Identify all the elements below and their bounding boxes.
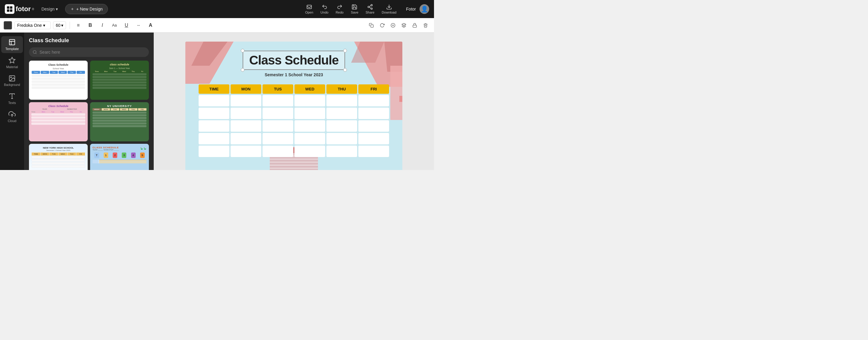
handle-tl	[241, 49, 244, 53]
svg-point-26	[33, 50, 36, 53]
svg-line-9	[369, 5, 371, 6]
svg-rect-2	[7, 9, 9, 12]
svg-rect-11	[371, 25, 373, 27]
svg-point-5	[371, 4, 372, 6]
svg-marker-20	[9, 57, 15, 63]
design-dropdown[interactable]: Design ▾	[41, 7, 58, 11]
svg-rect-17	[9, 39, 15, 45]
svg-rect-1	[10, 6, 12, 9]
divider-1	[70, 22, 70, 29]
align-button[interactable]: ≡	[73, 21, 83, 30]
template-card-5[interactable]: NEW YORK HIGH SCHOOL Semester 1 School Y…	[29, 144, 88, 170]
chevron-down-icon: ▾	[43, 23, 45, 28]
table-row	[198, 107, 389, 119]
title-selection-container[interactable]: Class Schedule	[243, 51, 345, 70]
svg-rect-16	[413, 25, 416, 27]
letter-spacing-button[interactable]: ↔	[134, 21, 144, 30]
col-mon: MON	[230, 84, 261, 94]
svg-point-7	[371, 8, 372, 9]
svg-point-6	[368, 6, 369, 8]
canvas-title: Class Schedule	[249, 53, 338, 67]
template-card-2[interactable]: class schedule Sem 1 — School Year Time …	[90, 61, 149, 100]
sidebar-item-template[interactable]: Template	[1, 36, 23, 53]
rotate-button[interactable]	[377, 21, 387, 30]
canvas-area: Class Schedule Semester 1 School Year 20…	[154, 33, 434, 170]
chevron-down-icon: ▾	[61, 23, 63, 28]
underline-button[interactable]: U	[122, 21, 131, 30]
svg-rect-0	[7, 6, 9, 9]
template-card-6[interactable]: CLASS SCHEDULE YEAR _____ SEMESTER _____…	[90, 144, 149, 170]
table-row	[198, 120, 389, 132]
svg-rect-3	[10, 9, 12, 12]
share-tool[interactable]: Share	[366, 4, 374, 14]
table-row	[198, 95, 389, 106]
bold-button[interactable]: B	[86, 21, 95, 30]
search-bar[interactable]	[29, 47, 149, 57]
handle-br	[343, 68, 347, 72]
save-tool[interactable]: Save	[351, 4, 358, 14]
color-swatch[interactable]	[4, 21, 12, 30]
svg-line-27	[36, 53, 36, 54]
canvas-main-content: Class Schedule Semester 1 School Year 20…	[185, 41, 402, 164]
top-navigation: fotor ® Design ▾ ＋ + New Design Open Und…	[0, 0, 434, 18]
svg-line-8	[369, 7, 371, 8]
italic-button[interactable]: I	[98, 21, 107, 30]
open-tool[interactable]: Open	[305, 4, 313, 14]
svg-marker-15	[402, 23, 406, 25]
username: Fotor	[406, 7, 416, 11]
svg-point-22	[10, 77, 11, 78]
lock-button[interactable]	[410, 21, 420, 30]
new-design-button[interactable]: ＋ + New Design	[65, 4, 108, 14]
undo-tool[interactable]: Undo	[320, 4, 328, 14]
title-wrapper: Class Schedule	[197, 51, 390, 70]
template-card-1[interactable]: Class Schedule School Year Time Mon Tue …	[29, 61, 88, 100]
toolbar-right	[367, 21, 430, 30]
main-area: Template Material Background Tex	[0, 33, 434, 170]
template-card-3[interactable]: Class Schedule YEAR SEMESTER Time Mon Tu…	[29, 102, 88, 142]
fotor-logo[interactable]: fotor ®	[5, 4, 34, 14]
search-input[interactable]	[39, 50, 145, 55]
template-panel: Class Schedule Class Schedule School Yea…	[24, 33, 154, 170]
new-design-label: + New Design	[76, 7, 103, 11]
download-tool[interactable]: Download	[381, 4, 396, 14]
col-fri: FRI	[358, 84, 389, 94]
text-toolbar: Fredoka One ▾ 60 ▾ ≡ B I Aa U ↔ A	[0, 18, 434, 33]
font-size-input[interactable]: 60 ▾	[53, 22, 66, 29]
aa-button[interactable]: Aa	[110, 21, 119, 30]
sidebar: Template Material Background Tex	[0, 33, 24, 170]
nav-right: Fotor 👤	[406, 4, 429, 14]
crop-button[interactable]	[388, 21, 398, 30]
col-tue: TUS	[262, 84, 293, 94]
text-case-button[interactable]: A	[146, 21, 156, 30]
sidebar-item-texts[interactable]: Texts	[1, 90, 23, 107]
chevron-down-icon: ▾	[56, 7, 58, 11]
panel-title: Class Schedule	[24, 33, 154, 47]
col-thu: THU	[327, 84, 357, 94]
sidebar-item-cloud[interactable]: Cloud	[1, 108, 23, 125]
search-icon	[33, 50, 37, 55]
handle-bl	[241, 68, 244, 72]
sidebar-item-background[interactable]: Background	[1, 72, 23, 89]
font-selector[interactable]: Fredoka One ▾	[14, 22, 51, 29]
title-border-box: Class Schedule	[243, 51, 345, 70]
copy-button[interactable]	[367, 21, 376, 30]
redo-tool[interactable]: Redo	[336, 4, 344, 14]
table-row	[198, 146, 389, 157]
avatar[interactable]: 👤	[420, 4, 429, 14]
col-wed: WED	[294, 84, 325, 94]
canvas-subtitle: Semester 1 School Year 2023	[197, 72, 390, 77]
handle-tr	[343, 49, 347, 53]
layers-button[interactable]	[399, 21, 409, 30]
logo-box	[5, 4, 14, 14]
logo-text: fotor	[16, 5, 31, 13]
nav-tools: Open Undo Redo Save	[305, 4, 396, 14]
template-grid: Class Schedule School Year Time Mon Tue …	[24, 61, 154, 170]
table-row	[198, 133, 389, 144]
sidebar-item-material[interactable]: Material	[1, 54, 23, 71]
template-card-4[interactable]: NY UNIVERSITY WEEK MON TUE WED THU FRI	[90, 102, 149, 142]
col-time: TIME	[198, 84, 229, 94]
canvas: Class Schedule Semester 1 School Year 20…	[185, 41, 402, 170]
plus-icon: ＋	[70, 6, 74, 12]
schedule-table: TIME MON TUS WED THU FRI	[197, 83, 390, 158]
delete-button[interactable]	[421, 21, 430, 30]
